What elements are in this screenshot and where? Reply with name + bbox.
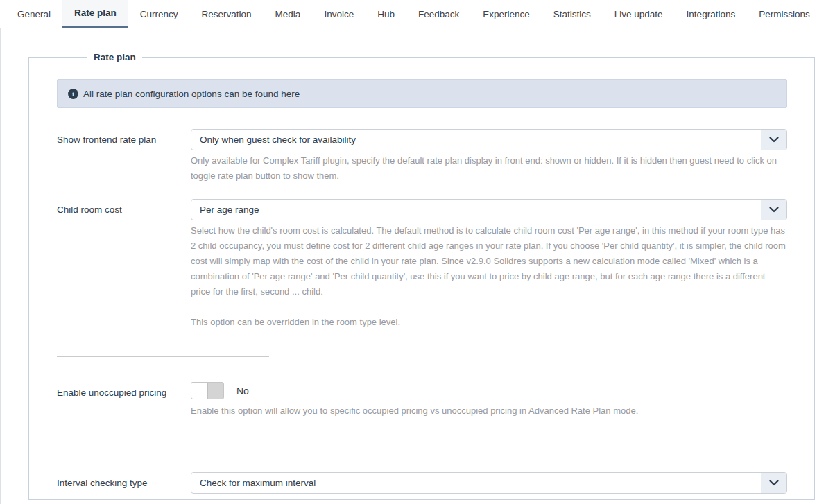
tab-content: Rate plan All rate plan configuration op… <box>0 28 817 504</box>
field-row-interval-checking-type: Interval checking type Check for maximum… <box>57 472 787 500</box>
help-text: Select how the child's room cost is calc… <box>191 223 787 299</box>
tab-reservation[interactable]: Reservation <box>190 0 264 28</box>
help-text: Enable this option will allow you to spe… <box>191 403 787 419</box>
help-text: Only available for Complex Tariff plugin… <box>191 153 787 184</box>
selected-value: Only when guest check for availability <box>191 134 761 145</box>
toggle-knob <box>191 383 208 399</box>
child-room-cost-control: Per age range Select how the child's roo… <box>191 199 787 330</box>
chevron-down-icon <box>761 130 786 150</box>
tab-permissions[interactable]: Permissions <box>747 0 817 28</box>
chevron-down-icon <box>761 200 786 220</box>
selected-value: Check for maximum interval <box>191 478 761 488</box>
field-row-show-frontend-rate-plan: Show frontend rate plan Only when guest … <box>57 129 787 184</box>
toggle-line: No <box>191 382 787 399</box>
field-row-child-room-cost: Child room cost Per age range Select how… <box>57 199 787 330</box>
help-text-secondary: This option can be overridden in the roo… <box>191 315 787 330</box>
settings-tab-bar: General Rate plan Currency Reservation M… <box>0 0 817 28</box>
interval-checking-type-label: Interval checking type <box>57 472 191 500</box>
child-room-cost-select[interactable]: Per age range <box>191 199 787 220</box>
toggle-state-label: No <box>237 385 249 397</box>
tab-invoice[interactable]: Invoice <box>312 0 366 28</box>
tab-currency[interactable]: Currency <box>128 0 190 28</box>
info-icon <box>68 89 78 99</box>
section-divider <box>57 356 269 357</box>
tab-hub[interactable]: Hub <box>366 0 406 28</box>
info-alert: All rate plan configuration options can … <box>57 79 787 108</box>
info-alert-text: All rate plan configuration options can … <box>83 89 300 99</box>
rate-plan-panel: Rate plan All rate plan configuration op… <box>28 52 815 500</box>
show-frontend-rate-plan-select[interactable]: Only when guest check for availability <box>191 129 787 150</box>
interval-checking-type-control: Check for maximum interval Choose how th… <box>191 472 787 500</box>
enable-unoccupied-pricing-toggle[interactable] <box>191 382 224 399</box>
tab-rate-plan[interactable]: Rate plan <box>62 0 128 28</box>
tab-integrations[interactable]: Integrations <box>675 0 748 28</box>
tab-general[interactable]: General <box>6 0 62 28</box>
interval-checking-type-select[interactable]: Check for maximum interval <box>191 472 787 494</box>
tab-media[interactable]: Media <box>264 0 313 28</box>
chevron-down-icon <box>761 473 786 493</box>
tab-experience[interactable]: Experience <box>471 0 542 28</box>
field-row-enable-unoccupied-pricing: Enable unoccupied pricing No Enable this… <box>57 382 787 419</box>
tab-statistics[interactable]: Statistics <box>542 0 603 28</box>
show-frontend-rate-plan-control: Only when guest check for availability O… <box>191 129 787 184</box>
panel-legend: Rate plan <box>87 52 142 62</box>
section-divider <box>57 444 269 444</box>
enable-unoccupied-pricing-label: Enable unoccupied pricing <box>57 382 191 419</box>
selected-value: Per age range <box>191 205 761 215</box>
show-frontend-rate-plan-label: Show frontend rate plan <box>57 129 191 184</box>
tab-feedback[interactable]: Feedback <box>406 0 471 28</box>
tab-live-update[interactable]: Live update <box>603 0 675 28</box>
help-text: Choose how the rate plan (Mode = Daily) … <box>191 496 787 500</box>
child-room-cost-label: Child room cost <box>57 199 191 330</box>
enable-unoccupied-pricing-control: No Enable this option will allow you to … <box>191 382 787 419</box>
